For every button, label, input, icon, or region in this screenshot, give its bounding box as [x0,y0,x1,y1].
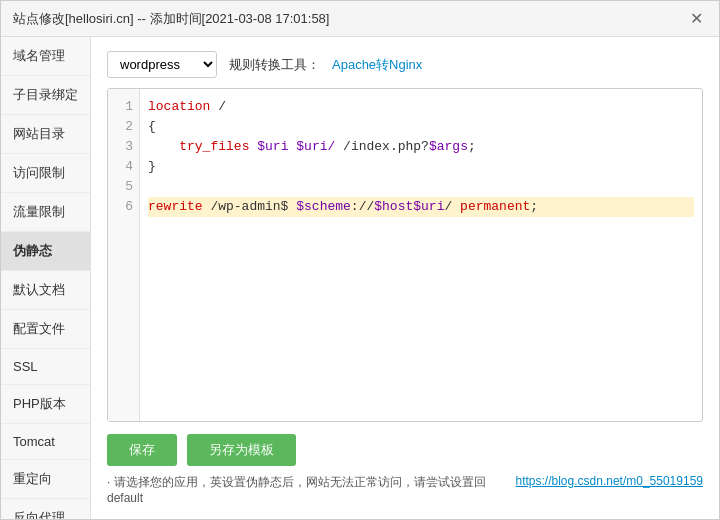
sidebar-item-12[interactable]: 反向代理 [1,499,90,519]
bottom-tip: · 请选择您的应用，英设置伪静态后，网站无法正常访问，请尝试设置回default… [107,474,703,505]
line-num-2: 2 [108,117,139,137]
toolbar-row: wordpress default thinkphp laravel 规则转换工… [107,51,703,78]
sidebar-item-4[interactable]: 流量限制 [1,193,90,232]
sidebar-item-5[interactable]: 伪静态 [1,232,90,271]
main-layout: 域名管理子目录绑定网站目录访问限制流量限制伪静态默认文档配置文件SSLPHP版本… [1,37,719,519]
sidebar-item-2[interactable]: 网站目录 [1,115,90,154]
sidebar-item-7[interactable]: 配置文件 [1,310,90,349]
code-line-4: } [148,157,694,177]
sidebar-item-11[interactable]: 重定向 [1,460,90,499]
sidebar-item-1[interactable]: 子目录绑定 [1,76,90,115]
line-numbers: 1 2 3 4 5 6 [108,89,140,421]
code-line-1: location / [148,97,694,117]
sidebar: 域名管理子目录绑定网站目录访问限制流量限制伪静态默认文档配置文件SSLPHP版本… [1,37,91,519]
content-area: wordpress default thinkphp laravel 规则转换工… [91,37,719,519]
sidebar-item-0[interactable]: 域名管理 [1,37,90,76]
sidebar-item-6[interactable]: 默认文档 [1,271,90,310]
preset-select[interactable]: wordpress default thinkphp laravel [107,51,217,78]
close-button[interactable]: ✕ [686,11,707,27]
line-num-6: 6 [108,197,139,217]
action-bar: 保存 另存为模板 [107,434,703,466]
convert-link[interactable]: Apache转Nginx [332,56,422,74]
tip-link[interactable]: https://blog.csdn.net/m0_55019159 [516,474,703,488]
title-bar: 站点修改[hellosiri.cn] -- 添加时间[2021-03-08 17… [1,1,719,37]
sidebar-item-3[interactable]: 访问限制 [1,154,90,193]
code-editor[interactable]: 1 2 3 4 5 6 location / { try_files $uri … [107,88,703,422]
convert-label: 规则转换工具： [229,56,320,74]
line-num-5: 5 [108,177,139,197]
main-window: 站点修改[hellosiri.cn] -- 添加时间[2021-03-08 17… [0,0,720,520]
code-content[interactable]: location / { try_files $uri $uri/ /index… [140,89,702,421]
tip-text: · 请选择您的应用，英设置伪静态后，网站无法正常访问，请尝试设置回default [107,474,516,505]
sidebar-item-8[interactable]: SSL [1,349,90,385]
save-button[interactable]: 保存 [107,434,177,466]
code-line-3: try_files $uri $uri/ /index.php?$args; [148,137,694,157]
sidebar-item-9[interactable]: PHP版本 [1,385,90,424]
code-line-2: { [148,117,694,137]
line-num-4: 4 [108,157,139,177]
line-num-1: 1 [108,97,139,117]
sidebar-item-10[interactable]: Tomcat [1,424,90,460]
code-line-6: rewrite /wp-admin$ $scheme://$host$uri/ … [148,197,694,217]
line-num-3: 3 [108,137,139,157]
code-line-5 [148,177,694,197]
window-title: 站点修改[hellosiri.cn] -- 添加时间[2021-03-08 17… [13,10,329,28]
save-as-template-button[interactable]: 另存为模板 [187,434,296,466]
